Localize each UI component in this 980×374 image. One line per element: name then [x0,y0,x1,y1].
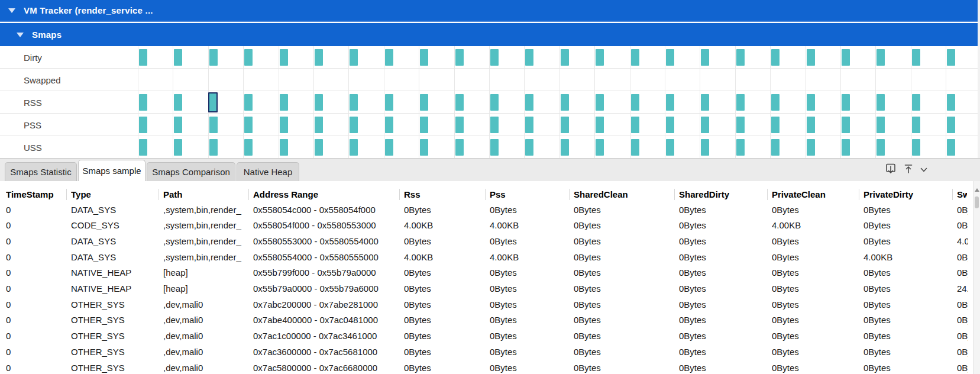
chart-bar[interactable] [771,117,780,133]
chart-bar[interactable] [701,117,709,133]
chart-bar[interactable] [666,117,674,133]
chart-bar[interactable] [280,139,288,156]
tab-smaps-statistic[interactable]: Smaps Statistic [5,162,77,181]
chart-bar[interactable] [315,139,323,156]
chart-bar[interactable] [876,117,885,133]
chart-bar[interactable] [490,117,499,133]
tab-native-heap[interactable]: Native Heap [237,162,299,181]
chart-bar[interactable] [139,49,147,66]
chart-bar[interactable] [280,49,288,66]
chart-bar[interactable] [912,94,920,111]
chart-bar[interactable] [350,94,358,111]
collapse-triangle-icon[interactable] [8,8,15,13]
scrollbar-up-arrow-icon[interactable] [975,188,979,192]
chart-bar[interactable] [666,94,674,111]
chart-bar[interactable] [876,94,885,111]
table-row[interactable]: 0DATA_SYS,system,bin,render_0x5580554000… [0,250,973,266]
tab-smaps-sample[interactable]: Smaps sample [78,160,145,181]
chart-bar[interactable] [525,139,533,156]
chart-bar[interactable] [420,117,428,133]
export-icon[interactable] [884,162,898,176]
chart-bar[interactable] [631,117,639,133]
table-row[interactable]: 0NATIVE_HEAP[heap]0x55b799f000 - 0x55b79… [0,265,973,281]
chart-bar[interactable] [596,117,604,133]
chart-bar[interactable] [807,139,815,156]
chart-bar[interactable] [350,139,358,156]
chart-bar[interactable] [455,117,464,133]
chart-bar[interactable] [455,139,464,156]
chart-bar[interactable] [244,49,253,66]
chart-bar[interactable] [280,94,288,111]
chart-bar[interactable] [385,139,393,156]
chart-bar[interactable] [701,49,709,66]
chart-bar[interactable] [736,49,745,66]
chart-bar[interactable] [561,117,569,133]
chart-bar[interactable] [947,49,955,66]
table-row[interactable]: 0DATA_SYS,system,bin,render_0x5580553000… [0,234,973,250]
chart-bar[interactable] [631,139,639,156]
chart-bar[interactable] [912,139,920,156]
table-row[interactable]: 0DATA_SYS,system,bin,render_0x558054c000… [0,202,973,218]
chart-bar[interactable] [876,139,885,156]
chart-bar[interactable] [174,139,182,156]
table-row[interactable]: 0OTHER_SYS,dev,mali00x7ac5800000 - 0x7ac… [0,360,973,374]
chart-bar[interactable] [350,117,358,133]
chart-bar[interactable] [736,139,745,156]
chart-bar[interactable] [209,117,218,133]
chart-bar[interactable] [947,117,955,133]
chart-bar[interactable] [174,94,182,111]
chart-bar[interactable] [490,139,499,156]
chart-bar[interactable] [525,117,533,133]
chart-bar[interactable] [807,49,815,66]
chart-bar[interactable] [842,49,850,66]
chart-bar[interactable] [701,139,709,156]
chart-bar[interactable] [174,117,182,133]
chart-bar[interactable] [209,49,218,66]
collapse-triangle-icon[interactable] [17,33,24,37]
chart-bar[interactable] [631,49,639,66]
chart-bar[interactable] [315,94,323,111]
chart-bar[interactable] [596,139,604,156]
tab-smaps-comparison[interactable]: Smaps Comparison [147,162,235,181]
chart-bar[interactable] [525,94,533,111]
chart-bar[interactable] [771,94,780,111]
chart-bar[interactable] [420,94,428,111]
chart-bar[interactable] [842,94,850,111]
chart-bar[interactable] [315,117,323,133]
table-row[interactable]: 0OTHER_SYS,dev,mali00x7ac1c00000 - 0x7ac… [0,328,973,344]
chart-bar[interactable] [561,139,569,156]
chart-bar[interactable] [139,117,147,133]
table-scrollbar[interactable] [973,181,980,374]
scrollbar-thumb[interactable] [975,196,979,208]
chart-bar[interactable] [139,139,147,156]
chart-bar[interactable] [736,94,745,111]
chart-bar[interactable] [631,94,639,111]
chart-bar[interactable] [561,94,569,111]
chart-bar[interactable] [490,49,499,66]
table-row[interactable]: 0OTHER_SYS,dev,mali00x7ac3600000 - 0x7ac… [0,344,973,360]
chart-bar[interactable] [315,49,323,66]
section-header-vm-tracker[interactable]: VM Tracker (render_service ... [0,0,980,22]
chart-bar[interactable] [771,49,780,66]
chart-bar[interactable] [807,117,815,133]
scroll-top-icon[interactable] [901,162,916,176]
chart-bar[interactable] [842,139,850,156]
chart-bar[interactable] [244,94,253,111]
section-header-smaps[interactable]: Smaps [0,23,980,46]
chevron-down-icon[interactable] [917,163,931,177]
chart-bar[interactable] [455,94,464,111]
chart-bar[interactable] [912,49,920,66]
chart-bar[interactable] [736,117,745,133]
table-row[interactable]: 0CODE_SYS,system,bin,render_0x558054f000… [0,218,973,234]
chart-bar[interactable] [596,49,604,66]
chart-bar[interactable] [807,94,815,111]
chart-bar[interactable] [912,117,920,133]
chart-bar[interactable] [561,49,569,66]
chart-bar[interactable] [244,139,253,156]
chart-bar[interactable] [244,117,253,133]
table-row[interactable]: 0OTHER_SYS,dev,mali00x7abe400000 - 0x7ac… [0,312,973,328]
chart-bar[interactable] [455,49,464,66]
chart-bar[interactable] [666,49,674,66]
chart-bar[interactable] [771,139,780,156]
chart-bar[interactable] [490,94,499,111]
